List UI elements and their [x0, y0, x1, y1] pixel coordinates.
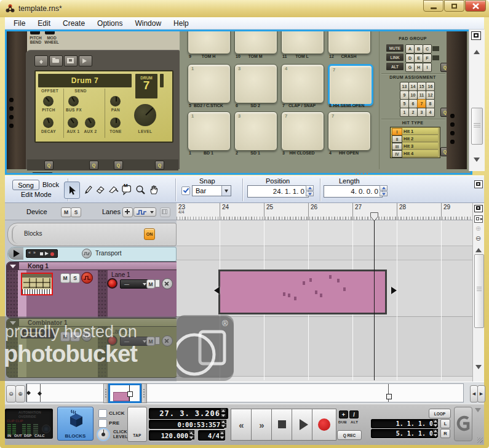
- tempo-stepper[interactable]: [188, 430, 194, 439]
- rack-maximize-button[interactable]: [471, 31, 481, 40]
- assign-16[interactable]: 16: [426, 82, 435, 91]
- assign-4[interactable]: 4: [426, 108, 435, 117]
- scroll-right-button[interactable]: ▶: [477, 385, 485, 402]
- pad-group-a[interactable]: A: [405, 44, 415, 54]
- split-view-button[interactable]: [474, 215, 483, 223]
- restore-button[interactable]: [444, 0, 464, 12]
- hit-type-row-1[interactable]: I Hit 1: [391, 128, 438, 135]
- song-position-display[interactable]: 27. 3. 3.206: [149, 408, 228, 419]
- assign-1[interactable]: 1: [400, 108, 409, 117]
- quantize-record-button[interactable]: Q REC: [337, 430, 362, 440]
- scroll-down-icon[interactable]: [474, 158, 480, 165]
- menu-window[interactable]: Window: [129, 18, 167, 29]
- bar-ruler[interactable]: 23 24 25 26 27 28 29 4/4: [177, 203, 472, 220]
- sequencer-scroll-thumb[interactable]: [474, 254, 484, 328]
- kong-take-dropdown[interactable]: —: [120, 279, 149, 289]
- dub-button[interactable]: +: [339, 410, 348, 418]
- time-position-stepper[interactable]: [220, 420, 226, 428]
- length-field[interactable]: 4. 0. 0. 0: [324, 185, 383, 198]
- click-checkbox[interactable]: [98, 409, 107, 418]
- loop-button[interactable]: LOOP: [429, 409, 451, 418]
- rewind-button[interactable]: «: [231, 409, 252, 441]
- grid-row-transport[interactable]: [177, 246, 472, 260]
- assign-6[interactable]: 6: [408, 99, 418, 108]
- menu-create[interactable]: Create: [57, 18, 91, 29]
- song-end-marker[interactable]: [386, 394, 392, 399]
- q-button[interactable]: Q: [44, 161, 54, 170]
- stop-button[interactable]: [271, 409, 293, 441]
- kong-lane-slider[interactable]: [155, 279, 160, 287]
- automation-lane-dropdown[interactable]: [133, 207, 156, 217]
- clip-extend-left-handle[interactable]: [210, 287, 220, 294]
- pointer-tool[interactable]: [64, 182, 80, 199]
- right-locator-display[interactable]: 5. 1. 1. 0: [371, 429, 437, 438]
- drum-pad-11[interactable]: [281, 30, 324, 54]
- assign-2[interactable]: 2: [408, 108, 418, 117]
- drum-pad-2[interactable]: 3: [234, 111, 277, 151]
- menu-options[interactable]: Options: [91, 18, 129, 29]
- tap-tempo-button[interactable]: TAP: [127, 407, 147, 442]
- kong-record-arm-button[interactable]: [81, 272, 93, 284]
- drum-pad-9[interactable]: [188, 30, 231, 54]
- assign-11[interactable]: 11: [417, 90, 426, 100]
- viewport-left-handle[interactable]: [103, 383, 108, 403]
- pad-group-f[interactable]: F: [423, 54, 432, 63]
- zoom-out-icon[interactable]: ⊖: [475, 234, 481, 242]
- transport-track-row[interactable]: « » Transport: [7, 247, 177, 262]
- assign-7-selected[interactable]: 7: [417, 99, 426, 108]
- kong-device-thumbnail[interactable]: [21, 273, 53, 295]
- pattern-lane-button-disabled[interactable]: [160, 207, 170, 217]
- kong-mute-button[interactable]: M: [60, 273, 70, 283]
- mini-transport-cluster[interactable]: « »: [26, 249, 58, 258]
- pad-group-e[interactable]: E: [414, 54, 423, 63]
- navigator-strip[interactable]: [26, 383, 464, 402]
- song-position-stepper[interactable]: [220, 408, 226, 418]
- position-stepper[interactable]: [306, 185, 314, 196]
- menu-file[interactable]: File: [7, 18, 31, 29]
- navigator-viewport[interactable]: [108, 383, 141, 403]
- snap-checkbox[interactable]: [181, 186, 190, 195]
- zoom-in-icon[interactable]: ⊕: [475, 225, 481, 233]
- pad-group-c[interactable]: C: [423, 44, 432, 54]
- length-stepper[interactable]: [380, 185, 388, 196]
- sequencer-detach-button[interactable]: [474, 180, 483, 188]
- blocks-on-button[interactable]: ON: [144, 228, 155, 240]
- close-button[interactable]: [465, 0, 486, 12]
- busfx-knob[interactable]: [68, 96, 79, 106]
- hit-type-row-2[interactable]: II Hit 2: [391, 135, 438, 142]
- hit-type-row-4[interactable]: IV Hit 4: [391, 150, 438, 157]
- viewport-right-handle[interactable]: [141, 383, 147, 403]
- grid-row-blocks[interactable]: [177, 220, 472, 246]
- drum-pad-5[interactable]: 1: [188, 64, 231, 103]
- patch-name-display[interactable]: Drum 7: [38, 74, 132, 87]
- kong-lane-record-button[interactable]: [107, 278, 117, 289]
- pane-splitter-handle[interactable]: [356, 172, 369, 174]
- level-knob[interactable]: [134, 104, 156, 126]
- kong-drag-column[interactable]: [7, 270, 18, 318]
- tone-knob[interactable]: [110, 118, 121, 128]
- assign-15[interactable]: 15: [417, 82, 426, 91]
- left-locator-button[interactable]: L: [440, 419, 450, 428]
- left-locator-stepper[interactable]: [432, 419, 438, 427]
- decay-knob[interactable]: [43, 118, 54, 128]
- drum-pad-10[interactable]: [234, 30, 277, 54]
- razor-tool[interactable]: [106, 182, 121, 198]
- assign-9[interactable]: 9: [400, 90, 409, 100]
- blocks-track-row[interactable]: Blocks ON: [7, 223, 177, 246]
- sequencer-maximize-button[interactable]: [474, 205, 483, 212]
- snap-value-dropdown[interactable]: Bar: [192, 185, 231, 196]
- mod-wheel[interactable]: [45, 30, 55, 34]
- hit-2-selector[interactable]: II: [392, 135, 402, 143]
- save-patch-icon[interactable]: [64, 55, 78, 66]
- pad-group-i[interactable]: I: [423, 63, 432, 72]
- assign-10[interactable]: 10: [408, 90, 418, 100]
- clip-extend-right-handle[interactable]: [391, 287, 400, 294]
- kong-lane-mute-button[interactable]: M: [146, 279, 155, 289]
- blocks-toggle-button[interactable]: BLOCKS: [57, 407, 93, 441]
- pad-group-d[interactable]: D: [405, 54, 415, 63]
- show-drum-fx-button[interactable]: [32, 172, 53, 175]
- kong-clip[interactable]: [218, 270, 387, 314]
- patch-select-button[interactable]: [34, 55, 48, 66]
- q-button[interactable]: Q: [114, 161, 123, 170]
- hit-1-selector[interactable]: I: [392, 128, 402, 135]
